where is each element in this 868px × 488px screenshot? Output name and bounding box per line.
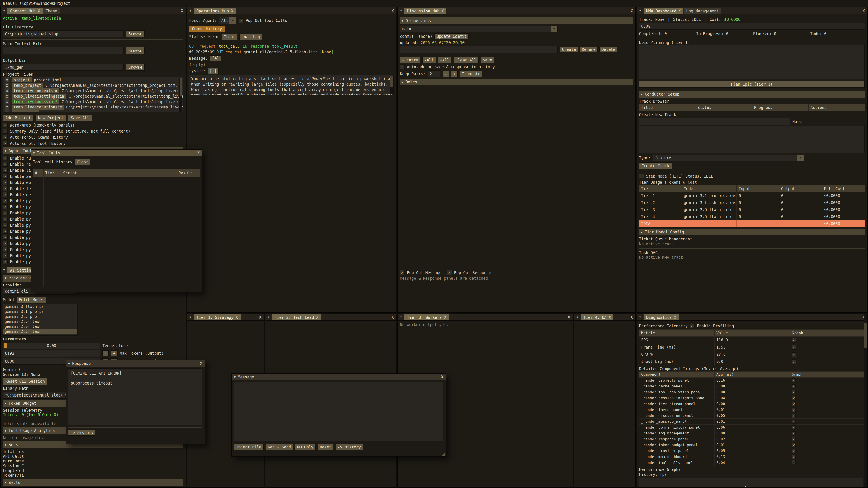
checkbox[interactable]: ✔	[3, 210, 8, 215]
history-entry-button[interactable]: -All	[423, 57, 436, 63]
focus-agent-combo[interactable]: All ▼	[219, 17, 237, 24]
graph-checkbox[interactable]: ✔	[792, 443, 796, 447]
clear-button[interactable]: Clear	[74, 159, 90, 165]
message-window[interactable]: ▼ Message X Inject FileGen + SendMD Only…	[231, 373, 446, 457]
chevron-down-icon[interactable]: ▼	[551, 26, 557, 32]
model-list-item[interactable]: gemini-2.5-flash	[3, 319, 77, 324]
checkbox[interactable]: ✔	[3, 174, 8, 179]
checkbox[interactable]: ✔	[3, 204, 8, 209]
tier-model-config-header[interactable]: ▶ Tier Model Config	[639, 229, 865, 235]
checkbox[interactable]: ✔	[3, 223, 8, 228]
close-icon[interactable]: X	[565, 314, 572, 320]
autoadd-checkbox-row[interactable]: Auto-add message & response to history	[400, 64, 633, 69]
menu-item[interactable]: manual slop	[3, 1, 29, 6]
graph-checkbox[interactable]: ✔	[792, 396, 796, 400]
scrollbar[interactable]	[864, 314, 867, 487]
tab-close-icon[interactable]: X	[674, 315, 676, 320]
message-action-button[interactable]: Gen + Send	[266, 444, 293, 450]
system-prompt-box[interactable]: You are a helpful coding assistant with …	[189, 75, 394, 95]
graph-checkbox[interactable]: ✔	[792, 449, 796, 453]
project-file-row[interactable]: x temp_livetoolssim * C:\projects\manual…	[3, 99, 183, 104]
scrollbar-thumb[interactable]	[180, 78, 182, 96]
graph-checkbox[interactable]: ✔	[792, 390, 796, 394]
minus-button[interactable]: -	[102, 350, 109, 356]
graph-checkbox[interactable]	[792, 460, 796, 464]
close-icon[interactable]: X	[441, 375, 443, 379]
file-tag-button[interactable]: temp_liveexecutionsim	[12, 105, 64, 109]
checkbox[interactable]	[3, 129, 8, 133]
remove-file-button[interactable]: x	[4, 88, 9, 93]
project-action-button[interactable]: Add Project	[3, 115, 33, 121]
tab-tier2[interactable]: Tier 2: Tech Lead X	[272, 314, 321, 320]
graph-checkbox[interactable]: ✔	[792, 352, 796, 357]
checkbox[interactable]: ✔	[3, 186, 8, 191]
window-menu-icon[interactable]: ▼	[398, 314, 404, 320]
column-header[interactable]: Input	[737, 185, 779, 192]
graph-checkbox[interactable]: ✔	[792, 359, 796, 364]
close-icon[interactable]: X	[200, 361, 202, 366]
track-description-textarea[interactable]	[639, 126, 865, 153]
max-tokens-input[interactable]: 8192	[3, 350, 100, 357]
collapse-arrow-icon[interactable]: ▼	[33, 151, 35, 155]
close-icon[interactable]: X	[860, 7, 867, 14]
option-checkbox-row[interactable]: ✔ Auto-scroll Comms History	[3, 135, 183, 140]
graph-checkbox[interactable]: ✔	[792, 379, 796, 383]
column-header[interactable]: Component	[639, 372, 715, 378]
graph-checkbox[interactable]: ✔	[792, 345, 796, 350]
message-textarea[interactable]	[234, 382, 443, 441]
project-files-list[interactable]: x project project.toml x temp_project C:…	[3, 77, 183, 112]
window-menu-icon[interactable]: ▼	[398, 7, 404, 14]
window-menu-icon[interactable]: ▼	[265, 314, 272, 320]
tab-discussion-hub[interactable]: Discussion Hub X	[404, 8, 446, 14]
history-entry-button[interactable]: Save	[481, 57, 494, 63]
tab-close-icon[interactable]: X	[609, 315, 611, 320]
discussions-header[interactable]: ▼ Discussions	[400, 18, 633, 24]
reset-cli-session-button[interactable]: Reset CLI Session	[3, 378, 47, 385]
file-tag-button[interactable]: temp_livetoolssim *	[12, 99, 59, 104]
history-entry-button[interactable]: +All	[438, 57, 452, 63]
tab-close-icon[interactable]: X	[231, 9, 233, 13]
graph-checkbox[interactable]: ✔	[792, 338, 796, 343]
column-header[interactable]: Status	[695, 104, 752, 111]
project-file-row[interactable]: x temp_project C:\projects\manual_slop\t…	[3, 83, 183, 88]
checkbox[interactable]: ✔	[3, 217, 8, 221]
discussion-name-button[interactable]: Rename	[580, 46, 597, 53]
tab-comms-history[interactable]: Comms History	[189, 26, 225, 32]
checkbox[interactable]	[400, 64, 405, 69]
track-type-combo[interactable]: feature ▼	[653, 155, 804, 161]
discussion-name-input[interactable]	[400, 46, 558, 53]
close-icon[interactable]: X	[178, 7, 186, 14]
checkbox[interactable]	[639, 174, 644, 178]
checkbox[interactable]: ✔	[3, 141, 8, 146]
option-checkbox-row[interactable]: ✔ Auto-scroll Tool History	[3, 141, 183, 146]
response-window[interactable]: ▼ Response X [GEMINI_CLI API ERROR] subp…	[66, 360, 205, 444]
tab-close-icon[interactable]: X	[236, 315, 238, 320]
clear-button[interactable]: Clear	[221, 34, 237, 40]
menu-item[interactable]: View	[29, 1, 38, 6]
scrollbar[interactable]	[390, 76, 393, 94]
collapse-arrow-icon[interactable]: ▼	[68, 362, 70, 365]
option-checkbox-row[interactable]: Summary Only (send file structure, not f…	[3, 129, 183, 134]
model-list-item[interactable]: gemini-2.5-pro	[3, 314, 77, 319]
project-action-button[interactable]: Save All	[68, 115, 92, 121]
remove-file-button[interactable]: x	[4, 99, 9, 104]
resize-grip-icon[interactable]	[442, 453, 445, 456]
git-directory-input[interactable]: C:\projects\manual_slop	[3, 31, 124, 37]
checkbox[interactable]: ✔	[3, 135, 8, 140]
column-header[interactable]: Output	[779, 185, 822, 192]
graph-checkbox[interactable]: ✔	[792, 420, 796, 424]
model-list-item[interactable]: gemini-3-flash-pr	[3, 304, 77, 309]
discussion-name-button[interactable]: Delete	[599, 46, 617, 53]
column-header[interactable]: Est. Cost	[822, 185, 865, 192]
epic-planning-textarea[interactable]	[639, 45, 865, 79]
column-header[interactable]: Graph	[790, 330, 865, 337]
tab-tier3[interactable]: Tier 3: Workers X	[404, 314, 449, 320]
project-file-row[interactable]: x temp_liveexecutionsim C:\projects\manu…	[3, 104, 183, 110]
close-icon[interactable]: X	[389, 7, 396, 14]
keep-pairs-input[interactable]: 2	[428, 70, 440, 77]
checkbox[interactable]: ✔	[3, 180, 8, 185]
checkbox[interactable]: ✔	[3, 229, 8, 234]
file-tag-button[interactable]: project	[12, 77, 32, 83]
window-menu-icon[interactable]: ▼	[1, 267, 7, 273]
close-icon[interactable]: X	[389, 314, 396, 320]
